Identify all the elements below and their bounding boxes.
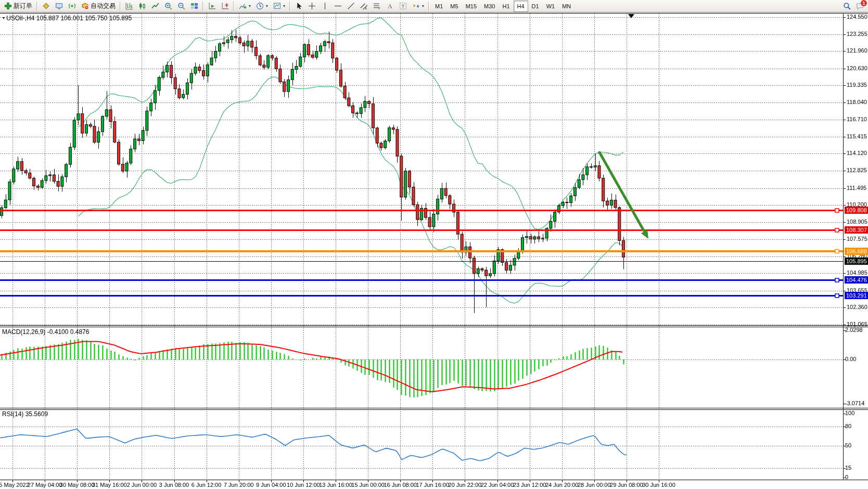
cursor-button[interactable] [292, 1, 305, 12]
macd-values: -0.4100 0.4876 [47, 328, 90, 336]
crosshair-button[interactable] [305, 1, 318, 12]
macd-axis-label: 2.0298 [845, 327, 863, 333]
price-line-tag[interactable]: 106.688 [845, 248, 868, 255]
toolbar-group: EFAT▾ [292, 1, 427, 12]
monitor-icon [55, 2, 63, 10]
chart-yellow-icon [42, 2, 50, 10]
trendline-button[interactable] [344, 1, 358, 12]
bar-chart-button[interactable] [123, 1, 136, 12]
indicators-button[interactable]: ▾ [236, 1, 253, 12]
tf-h4[interactable]: H4 [514, 1, 528, 12]
autoscroll-icon [208, 2, 216, 10]
date-axis-label: 30 Jun 16:00 [642, 482, 675, 488]
horizontal-line-button[interactable] [331, 1, 344, 12]
tf-h1[interactable]: H1 [499, 1, 513, 12]
svg-text:T: T [402, 3, 405, 9]
line-chart-button[interactable] [149, 1, 162, 12]
auto-scroll-button[interactable] [206, 1, 219, 12]
tile-windows-button[interactable] [188, 1, 201, 12]
date-axis-label: 29 Jun 08:00 [610, 482, 643, 488]
plus-icon [4, 2, 12, 10]
textT-icon: T [399, 2, 407, 10]
price-line-tag[interactable]: 105.895 [845, 258, 868, 265]
macd-axis-label: -3.0714 [845, 400, 864, 406]
price-axis-label: 119.335 [847, 82, 867, 88]
tf-w1-label: W1 [546, 3, 555, 9]
new-chart-button[interactable] [40, 1, 53, 12]
date-axis-label: 15 Jun 00:00 [351, 482, 385, 488]
text-label-button[interactable]: T [397, 1, 410, 12]
svg-text:A: A [388, 3, 392, 10]
toolbar-right-group: 1 [840, 1, 866, 12]
date-axis-label: 24 Jun 20:00 [545, 482, 579, 488]
price-axis-label: 114.120 [847, 150, 867, 156]
chart-title: ▾ USOil-,H4 105.887 106.001 105.750 105.… [3, 15, 132, 22]
algo-trading-button[interactable]: 自动交易 [79, 1, 118, 12]
candles-icon [138, 2, 146, 10]
tf-w1[interactable]: W1 [543, 1, 559, 12]
price-line-tag[interactable]: 109.808 [845, 207, 868, 214]
price-line-tag[interactable]: 104.476 [845, 276, 868, 284]
chart-menu-icon[interactable]: ▾ [3, 16, 5, 20]
bars-icon [125, 2, 133, 10]
price-axis-label: 107.575 [847, 236, 867, 242]
toolbar-separator [288, 2, 292, 11]
indplus-icon [239, 2, 247, 10]
tf-h1-label: H1 [502, 3, 509, 9]
candlestick-chart-button[interactable] [136, 1, 149, 12]
templates-button[interactable]: ▾ [271, 1, 288, 12]
tf-d1[interactable]: D1 [528, 1, 543, 12]
price-axis-label: 120.630 [847, 65, 867, 71]
date-axis-label: 20 Jun 22:00 [449, 482, 482, 488]
periods-button[interactable]: ▾ [253, 1, 271, 12]
chart-shift-button[interactable] [219, 1, 232, 12]
hline-icon [334, 2, 342, 10]
vertical-line-button[interactable] [318, 1, 331, 12]
chevron-down-icon[interactable]: ▾ [249, 4, 251, 8]
signals-button[interactable] [66, 1, 79, 12]
chat-icon: 1 [856, 2, 864, 10]
date-axis-label: 13 Jun 16:00 [319, 482, 352, 488]
date-axis-label: 27 May 04:00 [28, 482, 62, 488]
notifications-button[interactable]: 1 [853, 1, 866, 12]
tf-m1[interactable]: M1 [431, 1, 446, 12]
new-order-button[interactable]: 新订单 [2, 1, 35, 12]
stop-icon [81, 2, 89, 10]
date-axis-label: 25 May 2022 [0, 482, 29, 488]
price-line-tag[interactable]: 103.291 [845, 292, 868, 299]
chevron-down-icon[interactable]: ▾ [266, 4, 268, 8]
price-chart-canvas[interactable] [0, 13, 868, 489]
fibonacci-button[interactable]: F [371, 1, 384, 12]
tf-m1-label: M1 [435, 3, 443, 9]
tf-m5[interactable]: M5 [446, 1, 462, 12]
price-axis-label: 111.495 [847, 185, 866, 191]
crosshair-icon [308, 2, 316, 10]
date-axis-label: 6 Jun 12:00 [192, 482, 222, 488]
text-button[interactable]: A [384, 1, 397, 12]
chart-symbol-period: USOil-,H4 [6, 15, 34, 22]
equidistant-channel-button[interactable]: E [358, 1, 371, 12]
tf-m15[interactable]: M15 [462, 1, 480, 12]
vline-icon [321, 2, 329, 10]
date-axis-label: 7 Jun 20:00 [224, 482, 254, 488]
chevron-down-icon[interactable]: ▾ [422, 4, 424, 8]
zoom-in-button[interactable] [162, 1, 175, 12]
date-axis-label: 22 Jun 04:00 [481, 482, 514, 488]
tf-m30[interactable]: M30 [480, 1, 499, 12]
rsi-axis-label: 100 [845, 410, 854, 416]
price-axis-label: 116.710 [847, 116, 867, 122]
cursor-icon [295, 2, 303, 10]
date-axis-label: 3 Jun 08:00 [159, 482, 189, 488]
search-icon [843, 2, 851, 10]
toolbar-separator [201, 2, 205, 11]
rsi-indicator-label: RSI(14) 35.5609 [2, 410, 48, 418]
tf-mn[interactable]: MN [558, 1, 575, 12]
chevron-down-icon[interactable]: ▾ [283, 4, 285, 8]
search-button[interactable] [840, 1, 853, 12]
arrows-button[interactable]: ▾ [410, 1, 427, 12]
zoom-out-button[interactable] [175, 1, 188, 12]
profiles-button[interactable] [53, 1, 66, 12]
clock-icon [256, 2, 264, 10]
price-axis-label: 104.985 [847, 269, 867, 276]
price-line-tag[interactable]: 108.307 [845, 226, 868, 234]
